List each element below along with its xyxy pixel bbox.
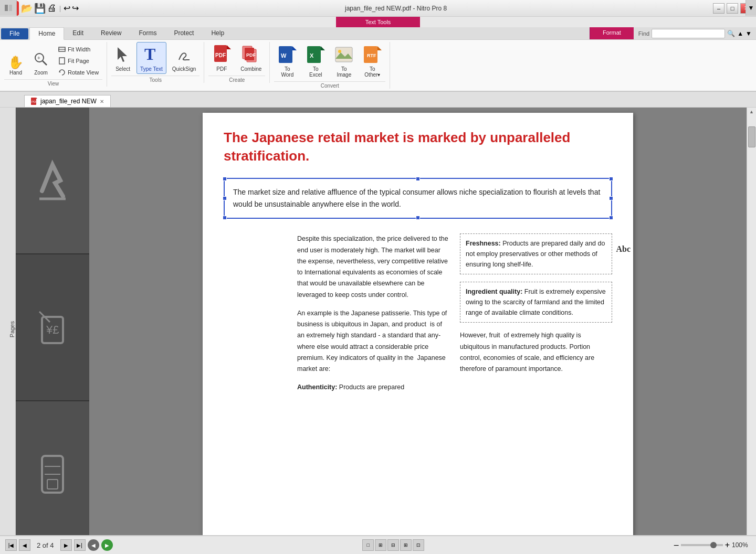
abc-cursor: Abc <box>616 242 631 256</box>
prev-page-button[interactable]: ◀ <box>19 539 30 551</box>
find-area: Find 🔍 ▲ ▼ <box>634 27 756 39</box>
view-group-label: View <box>4 79 102 87</box>
rotate-view-button[interactable]: Rotate View <box>55 67 102 78</box>
to-word-button[interactable]: W ToWord <box>274 42 300 80</box>
next-page-button[interactable]: ▶ <box>60 539 72 551</box>
continuous-view[interactable]: ⊞ <box>375 539 386 551</box>
pdf-page: The Japanese retail market is marked by … <box>203 113 633 547</box>
handle-ml[interactable] <box>223 196 227 200</box>
pdf-icon: PDF <box>212 44 231 66</box>
handle-tr[interactable] <box>609 177 613 181</box>
tab-format[interactable]: Format <box>590 27 634 39</box>
select-button[interactable]: Select <box>111 44 134 74</box>
tab-review[interactable]: Review <box>92 27 130 39</box>
minimize-button[interactable]: – <box>713 3 724 14</box>
ribbon-group-tools: Select T Type Text <box>107 42 204 83</box>
find-input[interactable] <box>652 29 725 38</box>
pdf-button[interactable]: PDF PDF <box>208 42 235 74</box>
to-image-button[interactable]: ToImage <box>331 42 357 80</box>
hand-icon: ✋ <box>8 55 24 70</box>
scroll-up-arrow[interactable]: ▲ <box>748 108 755 116</box>
selected-text-box[interactable]: The market size and relative affluence o… <box>224 178 612 219</box>
zoom-in-button[interactable]: + <box>725 540 730 550</box>
zoom-slider[interactable] <box>681 544 723 546</box>
select-icon <box>116 46 130 66</box>
handle-bl[interactable] <box>223 216 227 220</box>
nav-prev-circle[interactable]: ◀ <box>88 539 99 551</box>
to-excel-button[interactable]: X ToExcel <box>302 42 329 80</box>
tab-protect[interactable]: Protect <box>165 27 203 39</box>
tab-dropdown-button[interactable]: ▼ <box>746 0 756 16</box>
doc-tab-bar: PDF japan_file_red NEW ✕ ▼ <box>0 92 756 108</box>
handle-tl[interactable] <box>223 177 227 181</box>
zoom-slider-thumb[interactable] <box>710 542 717 548</box>
zoom-level: 100% <box>732 541 751 549</box>
pdf-title: The Japanese retail market is marked by … <box>224 129 612 165</box>
combine-button[interactable]: PDF Combine <box>237 42 265 74</box>
find-label: Find <box>638 30 649 37</box>
maximize-button[interactable]: □ <box>727 3 738 14</box>
col1-para1: Despite this specialization, the price d… <box>297 233 449 301</box>
handle-bm[interactable] <box>416 216 420 220</box>
zoom-button[interactable]: + Zoom <box>29 50 52 78</box>
svg-rect-21 <box>307 46 321 63</box>
pdf-col-right: Freshness: Products are prepared daily a… <box>460 233 612 393</box>
svg-text:PDF: PDF <box>32 100 37 103</box>
to-other-icon: RTF <box>363 44 382 66</box>
find-search-icon[interactable]: 🔍 <box>727 30 735 37</box>
fit-width-button[interactable]: Fit Width <box>55 44 102 55</box>
print-icon[interactable]: 🖨 <box>47 3 57 14</box>
find-next-icon[interactable]: ▼ <box>746 30 752 37</box>
zoom-out-button[interactable]: – <box>674 540 679 550</box>
svg-line-3 <box>43 61 47 65</box>
tab-help[interactable]: Help <box>203 27 233 39</box>
pages-sidebar[interactable]: Pages <box>0 108 16 547</box>
window-title: japan_file_red NEW.pdf - Nitro Pro 8 <box>345 5 447 12</box>
tab-forms[interactable]: Forms <box>130 27 165 39</box>
nav-next-circle[interactable]: ▶ <box>101 539 113 551</box>
facing-continuous-view[interactable]: ⊞ <box>400 539 412 551</box>
title-bar: N 📂 💾 🖨 | ↩ ↪ japan_file_red NEW.pdf - N… <box>0 0 756 17</box>
save-icon[interactable]: 💾 <box>34 3 46 14</box>
pages-panel-toggle[interactable] <box>0 0 17 16</box>
redo-icon[interactable]: ↪ <box>72 3 79 13</box>
fullscreen-view[interactable]: ⊡ <box>413 539 424 551</box>
svg-text:PDF: PDF <box>215 52 226 58</box>
tools-group-label: Tools <box>111 76 200 83</box>
facing-view[interactable]: ⊟ <box>387 539 399 551</box>
handle-br[interactable] <box>609 216 613 220</box>
find-prev-icon[interactable]: ▲ <box>737 30 743 37</box>
scroll-thumb[interactable] <box>748 126 755 147</box>
quick-sign-button[interactable]: QuickSign <box>169 44 200 74</box>
svg-marker-28 <box>377 46 382 50</box>
single-page-view[interactable]: □ <box>362 539 374 551</box>
last-page-button[interactable]: ▶| <box>74 539 86 551</box>
handle-tm[interactable] <box>416 177 420 181</box>
svg-text:PDF: PDF <box>246 52 256 58</box>
tab-file[interactable]: File <box>1 28 28 39</box>
doc-tab-filename: japan_file_red NEW <box>40 98 97 105</box>
doc-tab-close[interactable]: ✕ <box>100 99 104 104</box>
undo-icon[interactable]: ↩ <box>64 3 70 13</box>
type-text-button[interactable]: T Type Text <box>136 42 166 74</box>
sidebar-image-3 <box>16 401 89 547</box>
zoom-icon: + <box>34 52 48 70</box>
fit-page-button[interactable]: Fit Page <box>55 56 102 66</box>
tab-home[interactable]: Home <box>29 27 64 40</box>
page-navigation: |◀ ◀ 2 of 4 ▶ ▶| ◀ ▶ <box>5 539 113 551</box>
svg-rect-7 <box>59 58 65 64</box>
ribbon-group-convert: W ToWord X ToExcel <box>270 42 390 89</box>
svg-marker-13 <box>227 45 231 49</box>
handle-mr[interactable] <box>609 196 613 200</box>
first-page-button[interactable]: |◀ <box>5 539 17 551</box>
text-tools-banner[interactable]: Text Tools <box>336 17 420 27</box>
folder-icon[interactable]: 📂 <box>21 3 33 14</box>
svg-marker-9 <box>118 47 127 62</box>
tab-edit[interactable]: Edit <box>64 27 92 39</box>
document-tab[interactable]: PDF japan_file_red NEW ✕ <box>24 95 111 107</box>
to-other-button[interactable]: RTF ToOther▾ <box>359 42 385 80</box>
ribbon: Text Tools File Home Edit Review Forms P… <box>0 17 756 92</box>
vertical-scrollbar[interactable]: ▲ ▼ <box>747 108 756 547</box>
hand-button[interactable]: ✋ Hand <box>4 53 27 78</box>
document-area: ¥£ The Japanese retail market is marked … <box>16 108 756 547</box>
